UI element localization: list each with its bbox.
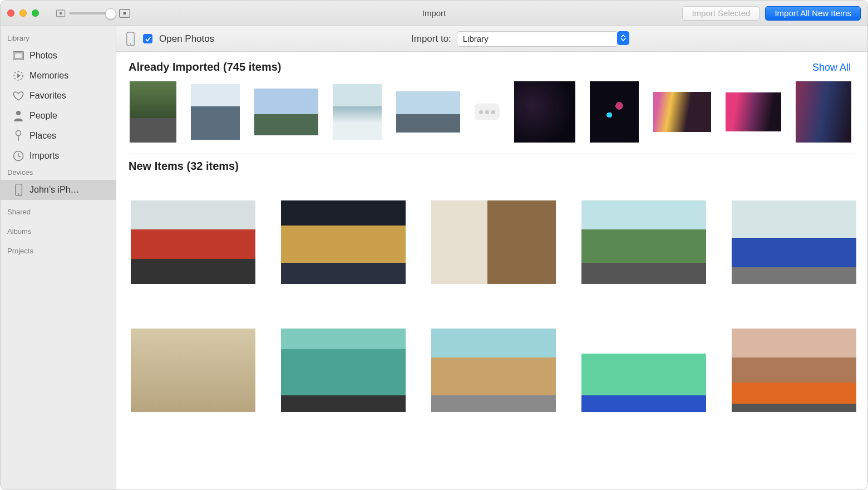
sidebar-item-label: Favorites [29, 91, 66, 101]
new-item-thumb[interactable] [281, 200, 406, 284]
svg-marker-3 [17, 74, 21, 78]
sidebar: Library Photos Memories Favorites [1, 26, 116, 489]
sidebar-item-favorites[interactable]: Favorites [1, 86, 116, 106]
more-thumbnails-button[interactable] [475, 104, 500, 120]
close-window-button[interactable] [7, 9, 14, 17]
import-controls-bar: Open Photos Import to: Library [116, 26, 867, 52]
svg-point-4 [16, 111, 21, 115]
sidebar-item-imports[interactable]: Imports [1, 146, 116, 166]
pin-icon [13, 130, 24, 141]
content-area: Open Photos Import to: Library [116, 26, 867, 489]
already-imported-heading: Already Imported (745 items) [129, 61, 282, 74]
imported-thumb[interactable] [254, 89, 318, 135]
minimize-window-button[interactable] [19, 9, 27, 17]
new-item-thumb[interactable] [732, 200, 856, 284]
person-icon [13, 110, 24, 121]
show-all-link[interactable]: Show All [812, 62, 855, 74]
import-to-value: Library [463, 34, 489, 43]
new-item-thumb[interactable] [431, 200, 556, 284]
svg-point-9 [18, 193, 19, 194]
sidebar-item-label: Photos [29, 51, 57, 61]
sidebar-item-label: John’s iPh… [29, 185, 80, 195]
thumbnail-zoom-slider[interactable] [69, 12, 116, 14]
open-photos-label: Open Photos [159, 33, 214, 45]
sidebar-item-photos[interactable]: Photos [1, 46, 116, 66]
sidebar-section-projects[interactable]: Projects [1, 239, 116, 258]
sidebar-item-places[interactable]: Places [1, 126, 116, 146]
new-items-grid [116, 178, 867, 434]
memories-icon [13, 70, 24, 81]
sidebar-section-albums[interactable]: Albums [1, 219, 116, 239]
sidebar-section-devices: Devices [1, 166, 116, 180]
new-item-thumb[interactable] [131, 200, 255, 284]
titlebar: Import Import Selected Import All New It… [1, 1, 867, 26]
fullscreen-window-button[interactable] [32, 9, 39, 17]
sidebar-item-device-iphone[interactable]: John’s iPh… [1, 180, 116, 200]
sidebar-item-label: Memories [29, 71, 68, 81]
imported-thumb[interactable] [796, 81, 851, 143]
imported-thumb[interactable] [726, 92, 781, 131]
sidebar-item-people[interactable]: People [1, 106, 116, 126]
import-all-button[interactable]: Import All New Items [765, 6, 861, 21]
thumbnail-zoom-group [56, 9, 130, 17]
thumbnail-small-icon[interactable] [56, 9, 65, 17]
new-item-thumb[interactable] [732, 329, 856, 412]
photos-icon [13, 50, 24, 61]
sidebar-item-memories[interactable]: Memories [1, 66, 116, 86]
already-imported-strip [116, 79, 867, 154]
sidebar-item-label: Places [29, 131, 56, 141]
imported-thumb[interactable] [653, 92, 711, 132]
iphone-icon [13, 184, 24, 195]
sidebar-item-label: People [29, 111, 57, 121]
heart-icon [13, 90, 24, 101]
new-item-thumb[interactable] [131, 329, 255, 412]
new-item-thumb[interactable] [281, 329, 406, 412]
new-item-thumb[interactable] [431, 329, 556, 412]
device-icon [126, 32, 136, 46]
sidebar-section-shared[interactable]: Shared [1, 200, 116, 219]
sidebar-item-label: Imports [29, 151, 59, 161]
traffic-lights [7, 9, 39, 17]
svg-point-5 [16, 131, 21, 136]
imported-thumb[interactable] [130, 81, 176, 143]
import-to-popup[interactable]: Library [457, 31, 618, 47]
imported-thumb[interactable] [191, 84, 240, 140]
new-items-heading: New Items (32 items) [129, 160, 239, 173]
imported-thumb[interactable] [396, 91, 460, 133]
import-to-label: Import to: [411, 33, 451, 45]
clock-icon [13, 150, 24, 161]
new-item-thumb[interactable] [581, 200, 706, 284]
open-photos-checkbox[interactable] [143, 34, 152, 43]
svg-rect-1 [14, 53, 22, 58]
imported-thumb[interactable] [333, 84, 382, 140]
imported-thumb[interactable] [514, 81, 575, 143]
new-item-thumb[interactable] [581, 329, 706, 412]
popup-arrows-icon[interactable] [617, 31, 629, 45]
sidebar-section-library: Library [1, 32, 116, 46]
import-selected-button[interactable]: Import Selected [682, 6, 760, 21]
imported-thumb[interactable] [590, 81, 639, 143]
svg-point-11 [130, 43, 131, 45]
thumbnail-large-icon[interactable] [119, 9, 130, 17]
